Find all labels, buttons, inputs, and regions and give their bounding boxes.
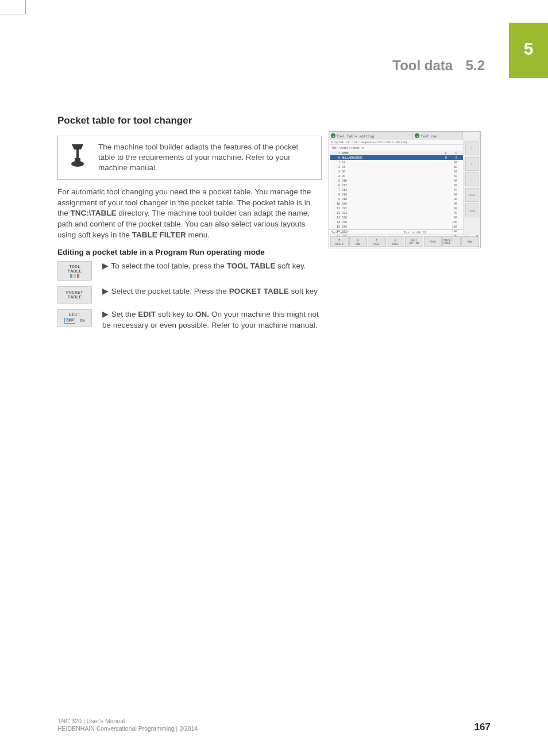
ss-softkey[interactable]: ⇑PAGE bbox=[368, 236, 386, 247]
step2-post: soft key bbox=[289, 287, 318, 296]
ss-status-bar: Tool name? Text width 32 bbox=[329, 229, 463, 235]
softkey-tool-table[interactable]: TOOL TABLE bbox=[57, 261, 92, 281]
step-text: ▶ To select the tool table, press the TO… bbox=[102, 261, 322, 272]
footer-line2: HEIDENHAIN Conversational Programming | … bbox=[57, 725, 198, 733]
table-row: 2D44020 bbox=[330, 164, 479, 169]
softkey-icon bbox=[70, 274, 79, 278]
body-paragraph: For automatic tool changing you need the… bbox=[57, 187, 322, 241]
footer-line1: TNC 320 | User's Manual bbox=[57, 717, 198, 726]
ss-softkey[interactable]: ⇓END bbox=[349, 236, 368, 247]
table-row: 5D106050 bbox=[330, 178, 479, 183]
page-number: 167 bbox=[474, 722, 491, 733]
step3-b2: ON. bbox=[195, 310, 209, 318]
table-row: 14D28100140 bbox=[330, 220, 479, 224]
chapter-tab: 5 bbox=[509, 23, 548, 78]
step1-b1: TOOL TABLE bbox=[227, 262, 276, 270]
softkey-label: TABLE bbox=[67, 295, 82, 300]
triangle-marker-icon: ▶ bbox=[102, 309, 109, 320]
table-row: 6D126060 bbox=[330, 183, 479, 187]
table-row: 11D2290110 bbox=[330, 206, 479, 210]
step-row: POCKET TABLE ▶ Select the pocket table: … bbox=[57, 286, 322, 304]
body-bold2: TABLE FILTER bbox=[132, 231, 186, 239]
table-row: 8D168080 bbox=[330, 192, 479, 197]
ss-softkey-row: ⇑BEGIN⇓END⇑PAGE⇓PAGEEDITOFF ONFINDPOCKET… bbox=[329, 235, 480, 248]
softkey-label-off: OFF bbox=[64, 318, 75, 324]
table-row: 0NULLWERKZEUG000 bbox=[330, 155, 479, 160]
table-row: 9D189090 bbox=[330, 197, 479, 201]
ss-panel-item: T bbox=[465, 172, 478, 186]
table-row: 1D23010 bbox=[330, 160, 479, 164]
ss-softkey[interactable]: END bbox=[461, 236, 480, 247]
ss-side-panel: SSTS100%F100% bbox=[463, 140, 480, 235]
screenshot-tool-table-editing: ➔Tool table editing ➔Test run Program ru… bbox=[329, 131, 481, 248]
step2-pre: Select the pocket table: Press the bbox=[111, 287, 229, 296]
step3-mid: soft key to bbox=[156, 310, 195, 318]
ss-title-right: ➔Test run bbox=[413, 132, 463, 140]
ss-softkey[interactable]: ⇓PAGE bbox=[387, 236, 405, 247]
table-row: 7D147070 bbox=[330, 187, 479, 192]
table-row: 13D2690130 bbox=[330, 215, 479, 220]
step1-post: soft key. bbox=[275, 262, 306, 270]
ss-title-left-text: Tool table editing bbox=[337, 134, 374, 138]
ss-table: TNAMELRR2DL0NULLWERKZEUG0001D230102D4402… bbox=[329, 151, 480, 236]
softkey-pocket-table[interactable]: POCKET TABLE bbox=[57, 286, 92, 304]
header-section-number: 5.2 bbox=[466, 57, 485, 73]
note-text: The machine tool builder adapts the feat… bbox=[98, 142, 314, 174]
header-title: Tool data bbox=[392, 57, 453, 73]
ss-title-right-text: Test run bbox=[420, 134, 437, 138]
softkey-label: EDIT bbox=[69, 312, 80, 317]
arrow-icon: ➔ bbox=[415, 133, 419, 138]
ss-status-right: Text width 32 bbox=[404, 231, 461, 234]
step3-pre: Set the bbox=[111, 310, 138, 318]
table-row: 10D2090100 bbox=[330, 201, 479, 206]
triangle-marker-icon: ▶ bbox=[102, 261, 109, 272]
crop-mark-h bbox=[0, 14, 25, 14]
page-footer: TNC 320 | User's Manual HEIDENHAIN Conve… bbox=[57, 717, 491, 733]
step2-b1: POCKET TABLE bbox=[229, 287, 289, 296]
step-row: EDIT OFF ON ▶ Set the EDIT soft key to O… bbox=[57, 309, 322, 331]
ss-softkey[interactable]: FIND bbox=[424, 236, 442, 247]
ss-title-corner bbox=[463, 132, 480, 140]
softkey-edit[interactable]: EDIT OFF ON bbox=[57, 309, 92, 327]
softkey-label: TABLE bbox=[67, 269, 82, 274]
ss-softkey[interactable]: POCKET TABLE bbox=[442, 236, 461, 247]
body-post: menu. bbox=[186, 231, 210, 239]
footer-meta: TNC 320 | User's Manual HEIDENHAIN Conve… bbox=[57, 717, 198, 733]
step-row: TOOL TABLE ▶ To select the tool table, p… bbox=[57, 261, 322, 281]
body-bold1: TNC:\TABLE bbox=[71, 209, 117, 217]
ss-panel-item: F100% bbox=[465, 204, 478, 217]
softkey-label-on: ON bbox=[80, 318, 84, 323]
step3-b1: EDIT bbox=[138, 310, 156, 318]
sub-heading: Editing a pocket table in a Program Run … bbox=[57, 248, 322, 256]
triangle-marker-icon: ▶ bbox=[102, 286, 109, 297]
svg-rect-1 bbox=[75, 158, 80, 164]
table-row: 3D65030 bbox=[330, 169, 479, 174]
ss-panel-item: S100% bbox=[465, 188, 478, 202]
machine-note-icon bbox=[66, 142, 89, 168]
ss-path: TNC:\table\tool.t bbox=[329, 145, 480, 151]
step-text: ▶ Set the EDIT soft key to ON. On your m… bbox=[102, 309, 322, 331]
page-header: Tool data 5.2 bbox=[57, 57, 485, 74]
ss-status-left: Tool name? bbox=[331, 231, 349, 234]
crop-mark-v bbox=[25, 0, 26, 14]
ss-softkey[interactable]: EDITOFF ON bbox=[405, 236, 423, 247]
ss-subtitle: Program run full sequence→Tool table edi… bbox=[329, 140, 480, 145]
ss-panel-item: S bbox=[465, 157, 478, 171]
section-heading: Pocket table for tool changer bbox=[57, 115, 322, 126]
main-content: Pocket table for tool changer The machin… bbox=[57, 115, 322, 337]
ss-panel-item: S bbox=[465, 141, 478, 155]
note-box: The machine tool builder adapts the feat… bbox=[57, 136, 322, 180]
step-text: ▶ Select the pocket table: Press the POC… bbox=[102, 286, 322, 297]
table-row: 4D85040 bbox=[330, 174, 479, 178]
arrow-icon: ➔ bbox=[331, 133, 335, 138]
table-row: 12D2490120 bbox=[330, 210, 479, 215]
ss-titlebar: ➔Tool table editing ➔Test run bbox=[329, 132, 480, 140]
ss-title-left: ➔Tool table editing bbox=[329, 132, 413, 140]
table-row: 15D30100150 bbox=[330, 224, 479, 229]
step1-pre: To select the tool table, press the bbox=[111, 262, 227, 270]
ss-softkey[interactable]: ⇑BEGIN bbox=[330, 236, 349, 247]
